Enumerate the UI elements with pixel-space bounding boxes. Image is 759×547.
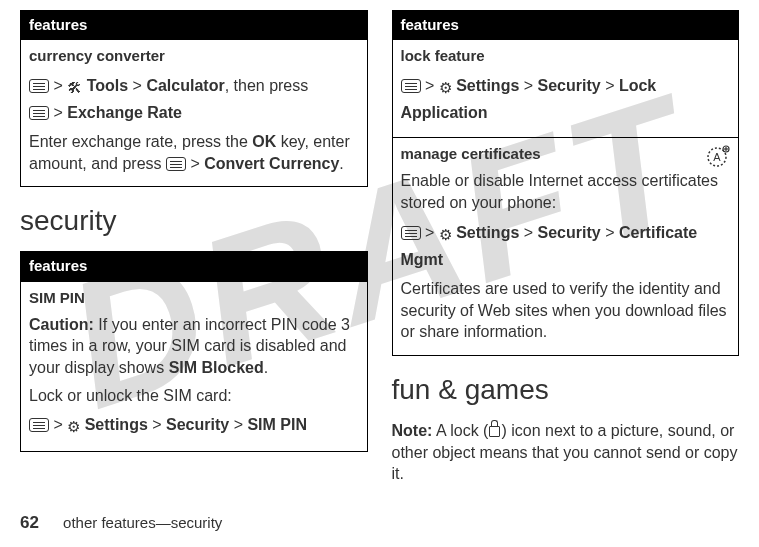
fun-games-note: Note: A lock () icon next to a picture, … [392, 420, 740, 485]
settings-icon: ⚙ [439, 76, 452, 100]
nav-tail: , then press [225, 77, 309, 94]
tools-icon: 🛠 [67, 76, 82, 100]
nav-convert-currency: Convert Currency [204, 155, 339, 172]
caution-label: Caution: [29, 316, 94, 333]
cell-title: currency converter [29, 46, 359, 66]
nav-settings: Settings [456, 224, 519, 241]
nav-security: Security [538, 224, 601, 241]
lock-icon [489, 426, 500, 437]
currency-converter-cell: currency converter > 🛠 Tools > Calculato… [21, 40, 368, 187]
nav-path: > 🛠 Tools > Calculator, then press > Exc… [29, 73, 359, 126]
nav-sim-pin: SIM PIN [247, 416, 307, 433]
cell-title: manage certificates [401, 144, 731, 164]
menu-key-icon [401, 226, 421, 240]
right-column: features lock feature > ⚙ Settings > Sec… [392, 10, 740, 491]
page-footer: 62 other features—security [20, 513, 222, 533]
nav-exchange-rate: Exchange Rate [67, 104, 182, 121]
settings-icon: ⚙ [67, 415, 80, 439]
sim-blocked: SIM Blocked [169, 359, 264, 376]
nav-calculator: Calculator [146, 77, 224, 94]
page-content: features currency converter > 🛠 Tools > … [0, 0, 759, 491]
svg-text:A: A [713, 151, 721, 163]
cert-body1: Enable or disable Internet access certif… [401, 170, 731, 213]
features-table-right: features lock feature > ⚙ Settings > Sec… [392, 10, 740, 356]
ok-key: OK [252, 133, 276, 150]
cert-body2: Certificates are used to verify the iden… [401, 278, 731, 343]
section-heading-fun-games: fun & games [392, 374, 740, 406]
note-label: Note: [392, 422, 433, 439]
lock-feature-cell: lock feature > ⚙ Settings > Security > L… [392, 40, 739, 138]
note-body1: A lock ( [432, 422, 488, 439]
nav-path: > ⚙ Settings > Security > Certificate Mg… [401, 220, 731, 273]
manage-certificates-cell: A manage certificates Enable or disable … [392, 138, 739, 356]
features-table-currency: features currency converter > 🛠 Tools > … [20, 10, 368, 187]
table-header: features [392, 11, 739, 40]
menu-key-icon [29, 418, 49, 432]
page-number: 62 [20, 513, 39, 532]
menu-key-icon [166, 157, 186, 171]
table-header: features [21, 252, 368, 281]
left-column: features currency converter > 🛠 Tools > … [20, 10, 368, 491]
table-header: features [21, 11, 368, 40]
nav-settings: Settings [456, 77, 519, 94]
menu-key-icon [29, 79, 49, 93]
features-table-simpin: features SIM PIN Caution: If you enter a… [20, 251, 368, 452]
menu-key-icon [401, 79, 421, 93]
certificate-badge-icon: A [704, 144, 730, 170]
nav-security: Security [538, 77, 601, 94]
text: Enter exchange rate, press the [29, 133, 252, 150]
menu-key-icon [29, 106, 49, 120]
caution-text: Caution: If you enter an incorrect PIN c… [29, 314, 359, 379]
footer-text: other features—security [63, 514, 222, 531]
nav-path: > ⚙ Settings > Security > SIM PIN [29, 412, 359, 439]
settings-icon: ⚙ [439, 223, 452, 247]
section-heading-security: security [20, 205, 368, 237]
nav-tools: Tools [87, 77, 128, 94]
nav-settings: Settings [85, 416, 148, 433]
sim-pin-cell: SIM PIN Caution: If you enter an incorre… [21, 281, 368, 452]
cell-title: SIM PIN [29, 288, 359, 308]
cell-title: lock feature [401, 46, 731, 66]
lock-unlock-text: Lock or unlock the SIM card: [29, 385, 359, 407]
currency-body: Enter exchange rate, press the OK key, e… [29, 131, 359, 174]
nav-security: Security [166, 416, 229, 433]
nav-path: > ⚙ Settings > Security > Lock Applicati… [401, 73, 731, 126]
